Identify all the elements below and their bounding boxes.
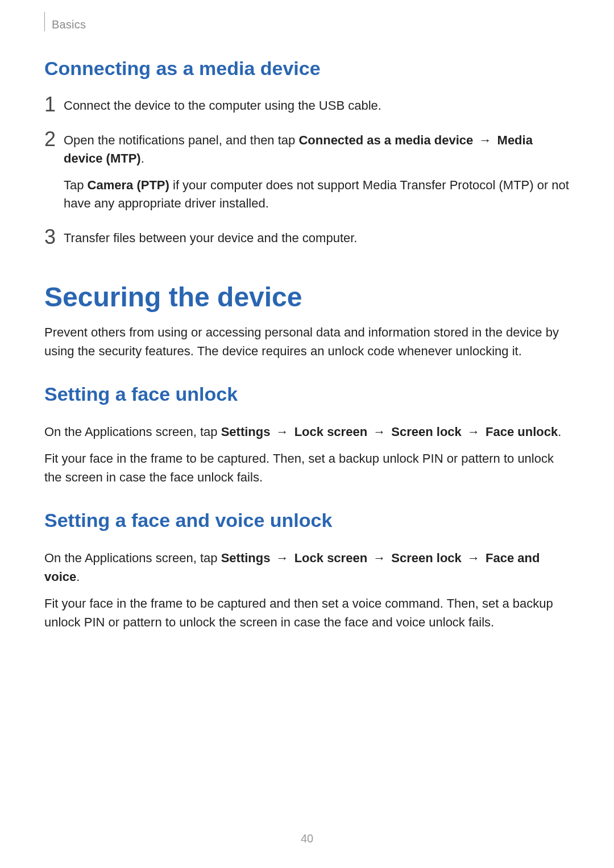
bold-text: Lock screen — [294, 425, 367, 439]
step-text: Connect the device to the computer using… — [64, 97, 570, 115]
step-body: Connect the device to the computer using… — [64, 97, 570, 115]
manual-page: Basics Connecting as a media device 1 Co… — [0, 0, 614, 868]
steps-list: 1 Connect the device to the computer usi… — [44, 97, 570, 247]
arrow-icon: → — [473, 133, 497, 147]
intro-text: Prevent others from using or accessing p… — [44, 323, 570, 360]
text: . — [558, 425, 561, 439]
step-1: 1 Connect the device to the computer usi… — [44, 97, 570, 115]
heading-face-voice-unlock: Setting a face and voice unlock — [44, 509, 570, 531]
section-label: Basics — [52, 18, 86, 31]
header-divider — [44, 12, 45, 31]
step-text: Open the notifications panel, and then t… — [64, 131, 570, 168]
bold-text: Lock screen — [294, 551, 367, 565]
arrow-icon: → — [462, 551, 486, 565]
bold-text: Settings — [221, 551, 271, 565]
arrow-icon: → — [367, 425, 391, 439]
section-face-unlock: Setting a face unlock On the Application… — [44, 383, 570, 487]
step-number: 3 — [44, 227, 64, 247]
step-2: 2 Open the notifications panel, and then… — [44, 131, 570, 213]
step-number: 2 — [44, 129, 64, 149]
step-note: Tap Camera (PTP) if your computer does n… — [64, 176, 570, 213]
step-3: 3 Transfer files between your device and… — [44, 229, 570, 248]
bold-text: Connected as a media device — [298, 133, 473, 147]
heading-securing-device: Securing the device — [44, 281, 570, 313]
page-number: 40 — [0, 832, 614, 845]
instruction-line: On the Applications screen, tap Settings… — [44, 422, 570, 441]
section-face-voice-unlock: Setting a face and voice unlock On the A… — [44, 509, 570, 632]
bold-text: Screen lock — [391, 551, 462, 565]
heading-face-unlock: Setting a face unlock — [44, 383, 570, 405]
bold-text: Face unlock — [486, 425, 558, 439]
text: . — [141, 151, 144, 165]
arrow-icon: → — [462, 425, 486, 439]
step-body: Open the notifications panel, and then t… — [64, 131, 570, 213]
bold-text: Screen lock — [391, 425, 462, 439]
text: . — [76, 570, 80, 584]
text: On the Applications screen, tap — [44, 425, 221, 439]
page-header: Basics — [44, 18, 570, 31]
bold-text: Camera (PTP) — [88, 178, 169, 192]
step-text: Transfer files between your device and t… — [64, 229, 570, 248]
text: Tap — [64, 178, 88, 192]
instruction-line: Fit your face in the frame to be capture… — [44, 594, 570, 632]
instruction-line: On the Applications screen, tap Settings… — [44, 549, 570, 586]
step-number: 1 — [44, 94, 64, 115]
text: Open the notifications panel, and then t… — [64, 133, 298, 147]
text: On the Applications screen, tap — [44, 551, 221, 565]
bold-text: Settings — [221, 425, 271, 439]
arrow-icon: → — [270, 551, 294, 565]
step-body: Transfer files between your device and t… — [64, 229, 570, 248]
arrow-icon: → — [367, 551, 391, 565]
arrow-icon: → — [270, 425, 294, 439]
heading-connecting-media-device: Connecting as a media device — [44, 57, 570, 80]
instruction-line: Fit your face in the frame to be capture… — [44, 449, 570, 487]
